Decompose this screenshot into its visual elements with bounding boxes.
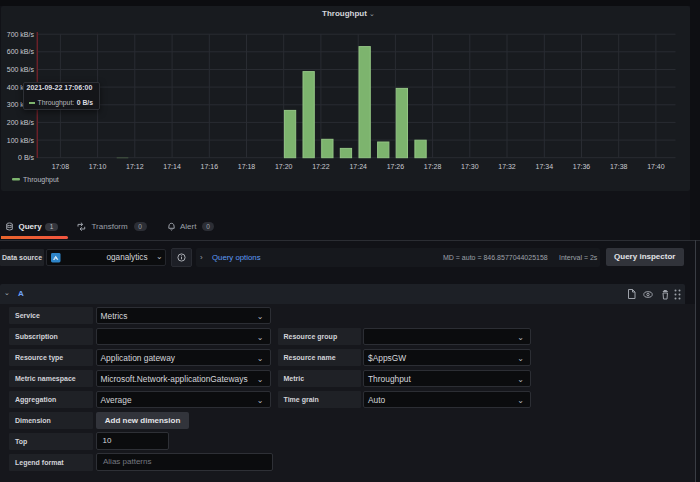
svg-text:17:18: 17:18: [238, 163, 256, 170]
svg-text:500 kB/s: 500 kB/s: [7, 66, 35, 73]
svg-text:17:40: 17:40: [647, 163, 665, 170]
svg-text:17:10: 17:10: [89, 163, 107, 170]
svg-text:17:34: 17:34: [536, 163, 554, 170]
svg-text:17:08: 17:08: [52, 163, 70, 170]
svg-text:17:16: 17:16: [201, 163, 219, 170]
svg-text:17:38: 17:38: [610, 163, 628, 170]
svg-text:Throughput: Throughput: [23, 176, 59, 184]
svg-text:700 kB/s: 700 kB/s: [7, 31, 35, 38]
svg-text:17:36: 17:36: [573, 163, 591, 170]
svg-text:100 kB/s: 100 kB/s: [7, 137, 35, 144]
svg-text:0 B/s: 0 B/s: [18, 154, 34, 161]
svg-text:17:14: 17:14: [163, 163, 181, 170]
svg-text:17:32: 17:32: [498, 163, 516, 170]
svg-text:17:12: 17:12: [126, 163, 144, 170]
svg-text:17:24: 17:24: [349, 163, 367, 170]
svg-text:17:22: 17:22: [312, 163, 330, 170]
svg-text:17:30: 17:30: [461, 163, 479, 170]
svg-text:600 kB/s: 600 kB/s: [7, 48, 35, 55]
svg-text:17:26: 17:26: [387, 163, 405, 170]
svg-text:17:20: 17:20: [275, 163, 293, 170]
svg-text:17:28: 17:28: [424, 163, 442, 170]
svg-text:200 kB/s: 200 kB/s: [7, 119, 35, 126]
